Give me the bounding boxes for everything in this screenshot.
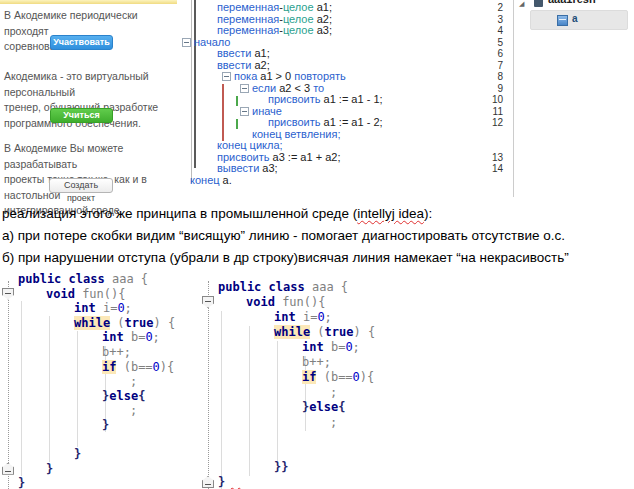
code-token: }} — [274, 460, 288, 474]
fold-start-icon[interactable] — [2, 288, 14, 300]
editor-code-line[interactable]: присвоить a1 := a1 - 2;12 — [178, 117, 513, 129]
code-token: а. — [220, 174, 232, 186]
caption-text: реализация этого же принципа в промышлен… — [2, 203, 634, 269]
line-number: 10 — [492, 94, 503, 106]
code-token: { — [138, 389, 145, 403]
sidebar-top-accent-bar — [0, 0, 177, 4]
code-token: 0 — [145, 330, 152, 344]
code-token: a3 := a1 + a2; — [269, 151, 340, 163]
fold-end-icon[interactable] — [202, 476, 214, 488]
code-token: иначе — [252, 105, 282, 117]
editor-code-line[interactable]: пока a1 > 0 повторять8 — [178, 71, 513, 83]
java-code-line[interactable]: }mmm — [200, 475, 440, 489]
java-code-line[interactable]: int b=0; — [200, 340, 440, 355]
java-code-line[interactable]: ; — [200, 415, 440, 430]
code-token: int — [302, 340, 324, 354]
code-token: } — [102, 418, 109, 432]
java-code-line[interactable] — [200, 430, 440, 445]
code-token: ввести — [217, 47, 251, 59]
fold-end-icon[interactable] — [2, 463, 14, 475]
line-number: 7 — [497, 60, 503, 72]
collapse-minus-icon[interactable] — [222, 72, 231, 81]
java-code-line[interactable]: } — [0, 462, 200, 477]
line-number: 8 — [497, 71, 503, 83]
java-code-line[interactable]: ; — [200, 385, 440, 400]
code-token: целое — [283, 13, 314, 25]
editor-code-area: переменная-целое a1;2переменная-целое a2… — [178, 2, 513, 186]
code-token: while — [74, 316, 110, 330]
editor-code-line[interactable]: присвоить a1 := a1 - 1;10 — [178, 94, 513, 106]
code-token: { — [338, 400, 345, 414]
code-token: (b== — [316, 370, 352, 384]
java-code-line[interactable]: } — [0, 418, 200, 433]
code-token: aaa { — [305, 280, 348, 294]
java-code-line[interactable]: }} — [200, 460, 440, 475]
code-token: ; — [153, 330, 160, 344]
line-number: 9 — [497, 83, 503, 95]
tree-item-selected[interactable]: a — [530, 10, 628, 30]
java-code-line[interactable]: while (true) { — [0, 316, 200, 331]
code-token: i= — [296, 310, 318, 324]
java-code-line[interactable]: b++; — [0, 345, 200, 360]
java-editor-misaligned[interactable]: public class aaa {void fun(){int i=0;whi… — [200, 271, 440, 489]
code-token: конец ветвления; — [252, 128, 340, 140]
tree-root-row[interactable]: ◢ aaa1resh — [516, 0, 634, 10]
collapse-minus-icon[interactable] — [240, 84, 249, 93]
collapse-minus-icon[interactable] — [240, 107, 249, 116]
java-code-line[interactable]: }else{ — [0, 389, 200, 404]
java-code-line[interactable]: public class aaa { — [0, 272, 200, 287]
participate-button[interactable]: Участвовать — [50, 35, 113, 50]
code-token: else — [109, 389, 138, 403]
java-code-line[interactable]: public class aaa { — [200, 280, 440, 295]
code-token: a1; — [251, 47, 269, 59]
code-token: true — [125, 316, 154, 330]
line-number: 11 — [493, 106, 503, 118]
code-token: if — [302, 370, 316, 384]
code-token: a3; — [314, 24, 332, 36]
java-code-line[interactable]: ; — [0, 374, 200, 389]
caption-line-1-pre: реализация этого же принципа в промышлен… — [2, 206, 357, 221]
java-code-line[interactable]: int b=0; — [0, 330, 200, 345]
java-code-line[interactable]: if (b==0){ — [0, 360, 200, 375]
code-token: присвоить — [268, 116, 320, 128]
java-code-line[interactable] — [200, 445, 440, 460]
java-code-line[interactable]: } — [0, 476, 200, 489]
tree-root-label: aaa1resh — [548, 0, 596, 5]
editor-code-line[interactable]: конец а. — [178, 175, 513, 187]
java-code-line[interactable]: while (true) { — [200, 325, 440, 340]
java-editor-correct[interactable]: public class aaa {void fun(){int i=0;whi… — [0, 271, 200, 489]
java-code-line[interactable]: }else{ — [200, 400, 440, 415]
create-project-button[interactable]: Создать проект — [49, 178, 113, 193]
code-token: ; — [330, 385, 337, 399]
java-code-line[interactable]: b++; — [200, 355, 440, 370]
code-token: void — [246, 295, 275, 309]
code-token: конец — [190, 174, 220, 186]
error-squiggle-icon: mmm — [227, 478, 240, 488]
code-token: ; — [325, 310, 332, 324]
code-token: ( — [110, 316, 124, 330]
code-token: ) { — [153, 316, 175, 330]
tree-expander-icon[interactable]: ◢ — [519, 0, 524, 8]
code-token: b= — [124, 330, 146, 344]
java-code-line[interactable]: if (b==0){ — [200, 370, 440, 385]
code-token: ; — [130, 403, 137, 417]
code-token: 0 — [345, 340, 352, 354]
code-token: вывести — [217, 162, 259, 174]
java-code-line[interactable]: } — [0, 447, 200, 462]
code-token: если — [252, 82, 276, 94]
code-token: } — [74, 447, 81, 461]
java-code-line[interactable]: int i=0; — [200, 310, 440, 325]
java-code-line[interactable]: int i=0; — [0, 301, 200, 316]
misspelled-text: intellyj idea — [357, 206, 424, 221]
learn-button[interactable]: Учиться — [50, 108, 113, 123]
collapse-minus-icon[interactable] — [182, 38, 191, 47]
java-code-line[interactable] — [0, 433, 200, 448]
code-token: 0 — [153, 360, 160, 374]
java-code-line[interactable]: void fun(){ — [0, 287, 200, 302]
caption-line-3: б) при нарушении отступа (убрали в др ст… — [2, 247, 634, 269]
page: В Акодемике периодически проходят соревн… — [0, 0, 634, 489]
algorithm-editor[interactable]: переменная-целое a1;2переменная-целое a2… — [178, 0, 513, 198]
java-code-line[interactable]: void fun(){ — [200, 295, 440, 310]
fold-start-icon[interactable] — [202, 296, 214, 308]
java-code-line[interactable]: ; — [0, 403, 200, 418]
